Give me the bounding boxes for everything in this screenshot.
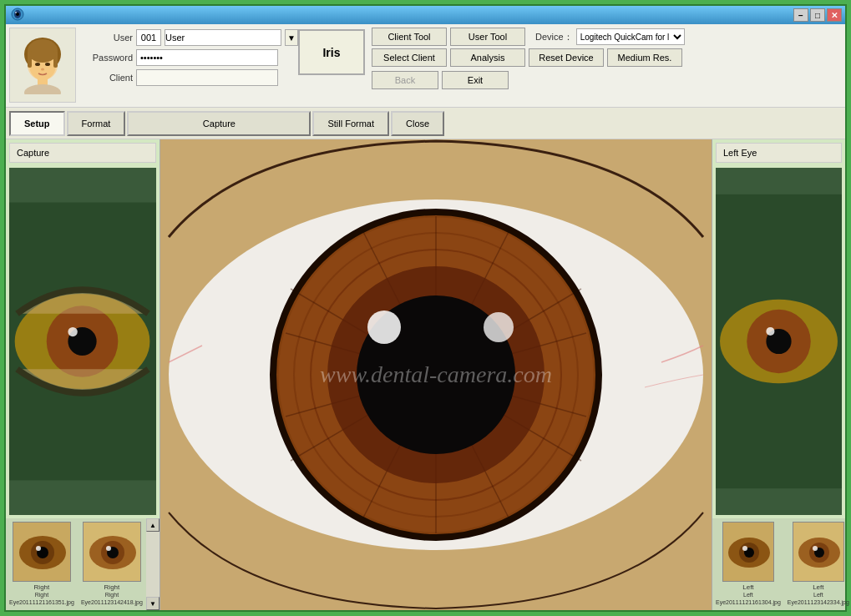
password-input[interactable]	[136, 49, 278, 66]
scroll-down-btn[interactable]: ▼	[146, 597, 160, 610]
left-eye-header-label: Left Eye	[723, 148, 757, 158]
left-thumbnails: RightRight Eye20111121161351.jpg	[6, 518, 160, 610]
user-row: User ▼	[83, 29, 298, 46]
minimize-button[interactable]: −	[793, 8, 808, 22]
title-bar: − □ ✕	[6, 6, 845, 24]
thumb-item-4[interactable]: LeftLeft Eye2011123142334.jpg	[784, 518, 851, 610]
right-eye-preview	[716, 168, 842, 515]
right-panel: Left Eye	[712, 139, 845, 610]
svg-point-11	[45, 63, 50, 66]
client-input[interactable]	[136, 69, 278, 86]
svg-point-10	[35, 63, 40, 66]
svg-point-3	[15, 12, 17, 13]
scroll-track-left	[146, 532, 160, 597]
analysis-button[interactable]: Analysis	[450, 48, 525, 67]
svg-point-53	[367, 311, 401, 344]
user-name-input[interactable]	[165, 29, 281, 46]
svg-rect-9	[53, 51, 58, 68]
action-buttons: Client Tool User Tool Device： Logitech Q…	[372, 28, 685, 89]
main-eye-svg	[160, 139, 712, 610]
iris-label: Iris	[322, 46, 340, 59]
thumb-label-1: RightRight Eye20111121161351.jpg	[9, 583, 74, 606]
thumb-label-4: LeftLeft Eye2011123142334.jpg	[788, 583, 849, 606]
medium-res-button[interactable]: Medium Res.	[607, 48, 682, 67]
setup-tab[interactable]: Setup	[9, 111, 65, 136]
toolbar: Setup Format Capture Still Format Close	[6, 108, 845, 139]
main-eye-container: www.dental-camera.com	[160, 139, 712, 610]
svg-point-69	[813, 546, 818, 551]
capture-header: Capture	[9, 143, 156, 163]
thumb-label-2: RightRight Eye2011123142418.jpg	[81, 583, 143, 606]
svg-point-24	[36, 546, 41, 551]
capture-tab[interactable]: Capture	[127, 111, 311, 136]
password-row: Password	[83, 49, 298, 66]
left-eye-preview	[9, 168, 156, 515]
user-label: User	[83, 33, 133, 43]
back-button[interactable]: Back	[372, 71, 438, 89]
svg-point-12	[41, 68, 44, 71]
avatar	[9, 28, 76, 103]
svg-rect-8	[28, 51, 32, 68]
svg-point-14	[24, 84, 61, 94]
password-label: Password	[83, 53, 133, 63]
svg-point-54	[484, 312, 514, 342]
svg-point-19	[68, 327, 77, 336]
capture-header-label: Capture	[17, 148, 49, 158]
client-tool-button[interactable]: Client Tool	[372, 28, 447, 46]
left-scrollbar[interactable]: ▲ ▼	[146, 518, 160, 610]
iris-button[interactable]: Iris	[298, 29, 365, 75]
btn-row-3: Back Exit	[372, 71, 685, 89]
top-panel: User ▼ Password Client Iris	[6, 24, 845, 108]
format-tab[interactable]: Format	[67, 111, 126, 136]
main-window: − □ ✕	[4, 4, 847, 612]
main-area: User ▼ Password Client Iris	[6, 24, 845, 610]
left-panel: Capture	[6, 139, 160, 610]
device-area: Device： Logitech QuickCam for l	[535, 28, 685, 46]
btn-row-1: Client Tool User Tool Device： Logitech Q…	[372, 28, 685, 46]
thumb-img-4	[793, 522, 844, 582]
svg-point-64	[742, 546, 747, 551]
thumb-item-3[interactable]: LeftLeft Eye20111121161304.jpg	[712, 518, 784, 610]
form-area: User ▼ Password Client	[83, 29, 298, 86]
device-select[interactable]: Logitech QuickCam for l	[576, 28, 685, 45]
client-label: Client	[83, 73, 133, 83]
thumb-img-2	[83, 522, 141, 582]
left-eye-header: Left Eye	[716, 143, 842, 163]
maximize-button[interactable]: □	[810, 8, 825, 22]
content-area: Capture	[6, 139, 845, 610]
thumb-item-2[interactable]: RightRight Eye2011123142418.jpg	[78, 518, 146, 610]
thumb-img-1	[13, 522, 71, 582]
reset-device-button[interactable]: Reset Device	[529, 48, 604, 67]
svg-point-29	[106, 546, 111, 551]
right-thumbnails: LeftLeft Eye20111121161304.jpg	[712, 518, 845, 610]
app-logo	[11, 8, 24, 21]
svg-point-59	[766, 327, 774, 336]
svg-point-7	[28, 39, 58, 63]
btn-row-2: Select Client Analysis Reset Device Medi…	[372, 48, 685, 67]
thumb-item-1[interactable]: RightRight Eye20111121161351.jpg	[6, 518, 78, 610]
exit-button[interactable]: Exit	[442, 71, 509, 89]
client-row: Client	[83, 69, 298, 86]
scroll-up-btn[interactable]: ▲	[146, 518, 160, 532]
main-image-area: www.dental-camera.com	[160, 139, 712, 610]
still-format-tab[interactable]: Still Format	[312, 111, 389, 136]
user-dropdown-arrow[interactable]: ▼	[285, 29, 298, 46]
thumb-img-3	[722, 522, 774, 582]
close-button[interactable]: ✕	[827, 8, 842, 22]
device-label: Device：	[535, 31, 573, 43]
select-client-button[interactable]: Select Client	[372, 48, 447, 67]
user-tool-button[interactable]: User Tool	[450, 28, 525, 46]
close-tab[interactable]: Close	[391, 111, 444, 136]
thumb-label-3: LeftLeft Eye20111121161304.jpg	[716, 583, 781, 606]
user-number-input[interactable]	[136, 29, 161, 46]
